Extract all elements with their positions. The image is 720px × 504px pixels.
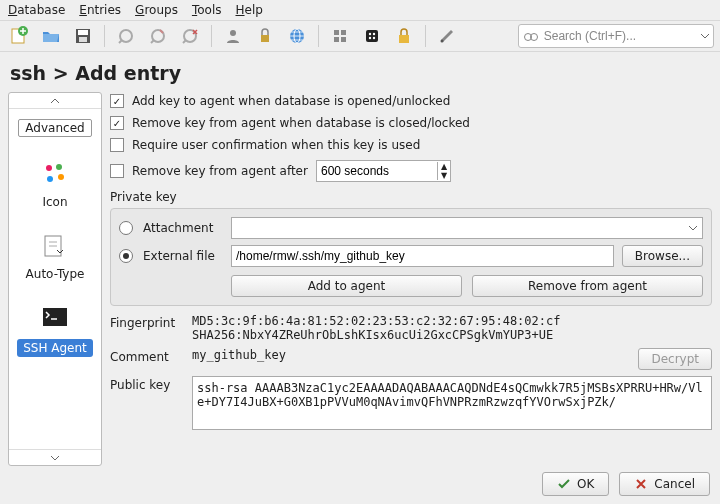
remove-after-spinbox[interactable]: ▲▼ (316, 160, 451, 182)
checkbox-remove-key[interactable] (110, 116, 124, 130)
terminal-icon (38, 301, 72, 335)
svg-rect-3 (78, 30, 88, 35)
toolbar (0, 20, 720, 52)
fingerprint-label: Fingerprint (110, 314, 182, 330)
menu-groups[interactable]: Groups (135, 3, 178, 17)
copy-url-button[interactable] (284, 23, 310, 49)
new-db-button[interactable] (6, 23, 32, 49)
svg-rect-21 (399, 35, 409, 43)
close-icon (634, 477, 648, 491)
checkbox-require-confirm[interactable] (110, 138, 124, 152)
menu-help[interactable]: Help (235, 3, 262, 17)
autotype-icon (38, 229, 72, 263)
checkbox-remove-after[interactable] (110, 164, 124, 178)
svg-rect-4 (79, 37, 87, 42)
chevron-down-icon (50, 454, 60, 462)
comment-label: Comment (110, 348, 182, 364)
sidebar-scroll-up[interactable] (9, 93, 101, 109)
label-remove-key: Remove key from agent when database is c… (132, 116, 470, 130)
save-db-button[interactable] (70, 23, 96, 49)
remove-after-input[interactable] (317, 161, 437, 181)
tab-autotype[interactable]: Auto-Type (9, 219, 101, 291)
svg-point-28 (47, 176, 53, 182)
edit-entry-button[interactable] (145, 23, 171, 49)
comment-value: my_github_key (192, 348, 628, 362)
spin-down[interactable]: ▼ (438, 171, 450, 180)
svg-point-26 (56, 164, 62, 170)
label-external: External file (143, 249, 223, 263)
svg-point-20 (373, 37, 375, 39)
menu-tools[interactable]: Tools (192, 3, 222, 17)
svg-point-22 (441, 40, 444, 43)
settings-button[interactable] (434, 23, 460, 49)
chevron-down-icon[interactable] (700, 31, 709, 41)
menu-entries[interactable]: Entries (79, 3, 121, 17)
tab-icon[interactable]: Icon (9, 147, 101, 219)
svg-point-18 (373, 33, 375, 35)
copy-username-button[interactable] (220, 23, 246, 49)
svg-point-25 (46, 165, 52, 171)
dice-button[interactable] (359, 23, 385, 49)
label-require-confirm: Require user confirmation when this key … (132, 138, 420, 152)
svg-rect-15 (341, 37, 346, 42)
tab-advanced[interactable]: Advanced (9, 109, 101, 147)
svg-rect-16 (366, 30, 378, 42)
tab-label: Advanced (18, 119, 91, 137)
svg-point-27 (58, 174, 64, 180)
ok-button[interactable]: OK (542, 472, 609, 496)
tab-label: Auto-Type (26, 267, 85, 281)
tab-label: SSH Agent (17, 339, 93, 357)
svg-rect-12 (334, 30, 339, 35)
fingerprint-value: MD5:3c:9f:b6:4a:81:52:02:23:53:c2:32:67:… (192, 314, 712, 342)
tab-label: Icon (42, 195, 67, 209)
radio-attachment[interactable] (119, 221, 133, 235)
external-file-input[interactable] (231, 245, 614, 267)
svg-point-8 (230, 30, 236, 36)
lock-button[interactable] (391, 23, 417, 49)
check-icon (557, 477, 571, 491)
chevron-up-icon (50, 97, 60, 105)
cancel-button[interactable]: Cancel (619, 472, 710, 496)
search-box[interactable] (518, 24, 714, 48)
delete-entry-button[interactable] (177, 23, 203, 49)
label-add-key: Add key to agent when database is opened… (132, 94, 450, 108)
sidebar: Advanced Icon Auto-Type SSH Agent (8, 92, 102, 466)
label-attachment: Attachment (143, 221, 223, 235)
content-pane: Add key to agent when database is opened… (110, 92, 712, 466)
add-to-agent-button[interactable]: Add to agent (231, 275, 462, 297)
generator-button[interactable] (327, 23, 353, 49)
checkbox-add-key[interactable] (110, 94, 124, 108)
menu-database[interactable]: Database (8, 3, 65, 17)
svg-point-17 (369, 33, 371, 35)
spin-up[interactable]: ▲ (438, 162, 450, 171)
radio-external[interactable] (119, 249, 133, 263)
chevron-down-icon (688, 223, 698, 233)
breadcrumb: ssh > Add entry (0, 52, 720, 88)
copy-password-button[interactable] (252, 23, 278, 49)
svg-rect-14 (334, 37, 339, 42)
binoculars-icon (523, 28, 538, 44)
menubar: Database Entries Groups Tools Help (0, 0, 720, 20)
svg-point-19 (369, 37, 371, 39)
dialog-footer: OK Cancel (0, 466, 720, 502)
new-entry-button[interactable] (113, 23, 139, 49)
open-db-button[interactable] (38, 23, 64, 49)
label-remove-after: Remove key from agent after (132, 164, 308, 178)
svg-rect-13 (341, 30, 346, 35)
private-key-label: Private key (110, 190, 712, 204)
palette-icon (38, 157, 72, 191)
search-input[interactable] (542, 28, 696, 44)
svg-rect-9 (261, 35, 269, 42)
remove-from-agent-button[interactable]: Remove from agent (472, 275, 703, 297)
tab-ssh-agent[interactable]: SSH Agent (9, 291, 101, 367)
publickey-textarea[interactable]: ssh-rsa AAAAB3NzaC1yc2EAAAADAQABAAACAQDN… (192, 376, 712, 430)
sidebar-scroll-down[interactable] (9, 449, 101, 465)
browse-button[interactable]: Browse... (622, 245, 703, 267)
attachment-combo[interactable] (231, 217, 703, 239)
private-key-group: Attachment External file Browse... Add t… (110, 208, 712, 306)
publickey-label: Public key (110, 376, 182, 392)
decrypt-button: Decrypt (638, 348, 712, 370)
